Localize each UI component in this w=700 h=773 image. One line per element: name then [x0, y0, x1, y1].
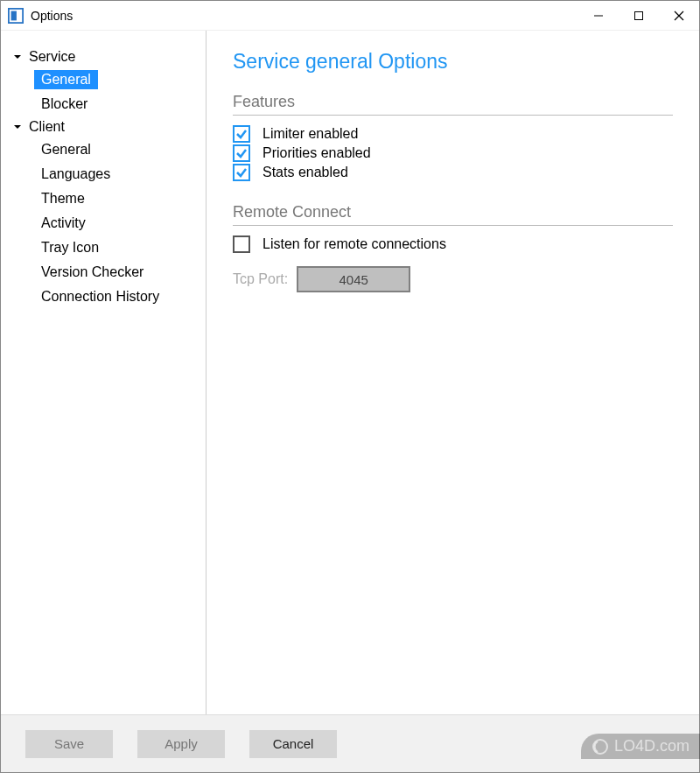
save-button[interactable]: Save — [25, 730, 113, 758]
apply-button[interactable]: Apply — [137, 730, 225, 758]
chevron-down-icon — [11, 121, 24, 133]
svg-rect-1 — [11, 11, 17, 20]
feature-label: Stats enabled — [262, 165, 348, 180]
tree-item-label: Version Checker — [34, 263, 150, 282]
tcp-port-row: Tcp Port: — [233, 266, 673, 292]
content-pane: Service general Options Features Limiter… — [206, 31, 699, 714]
tree-item-label: Tray Icon — [34, 238, 106, 257]
feature-checkbox[interactable] — [233, 144, 250, 162]
tree-item-tray-icon[interactable]: Tray Icon — [8, 235, 199, 260]
listen-remote-row[interactable]: Listen for remote connections — [233, 235, 673, 254]
button-bar: Save Apply Cancel — [1, 714, 699, 772]
feature-label: Priorities enabled — [262, 145, 371, 161]
feature-label: Limiter enabled — [262, 126, 358, 142]
chevron-down-icon — [11, 51, 24, 63]
feature-row[interactable]: Priorities enabled — [233, 144, 673, 163]
minimize-button[interactable] — [578, 1, 619, 31]
tree-item-blocker[interactable]: Blocker — [8, 92, 199, 116]
close-button[interactable] — [659, 1, 699, 31]
tree-group-label: Service — [29, 49, 75, 65]
tree-item-label: General — [34, 70, 98, 89]
window-title: Options — [31, 9, 73, 23]
listen-remote-checkbox[interactable] — [233, 235, 250, 253]
main-area: ServiceGeneralBlockerClientGeneralLangua… — [1, 31, 699, 714]
section-title-features: Features — [233, 93, 673, 116]
page-title: Service general Options — [233, 50, 673, 74]
tree-item-activity[interactable]: Activity — [8, 211, 199, 235]
tree-item-label: Connection History — [34, 287, 166, 306]
tree-item-label: Languages — [34, 165, 117, 184]
maximize-button[interactable] — [619, 1, 659, 31]
tree-item-label: General — [34, 140, 98, 159]
tree-group-label: Client — [29, 119, 65, 135]
section-title-remote: Remote Connect — [233, 203, 673, 226]
feature-row[interactable]: Limiter enabled — [233, 124, 673, 144]
tree-item-label: Activity — [34, 214, 93, 233]
titlebar: Options — [1, 1, 699, 31]
tree-item-version-checker[interactable]: Version Checker — [8, 260, 199, 285]
listen-remote-label: Listen for remote connections — [262, 236, 446, 252]
feature-checkbox[interactable] — [233, 164, 250, 181]
tree-item-theme[interactable]: Theme — [8, 186, 199, 211]
sidebar: ServiceGeneralBlockerClientGeneralLangua… — [1, 31, 206, 714]
tree-item-label: Blocker — [34, 95, 94, 114]
app-icon — [8, 8, 24, 24]
cancel-button[interactable]: Cancel — [249, 730, 337, 758]
tree-item-connection-history[interactable]: Connection History — [8, 285, 199, 309]
tree-item-languages[interactable]: Languages — [8, 162, 199, 186]
tcp-port-input[interactable] — [297, 266, 410, 292]
tree-group-client[interactable]: Client — [8, 116, 199, 137]
tree-item-general[interactable]: General — [8, 67, 199, 92]
svg-rect-3 — [635, 11, 643, 19]
remote-section: Listen for remote connections Tcp Port: — [233, 226, 673, 313]
tcp-port-label: Tcp Port: — [233, 271, 288, 287]
features-section: Limiter enabledPriorities enabledStats e… — [233, 116, 673, 203]
feature-row[interactable]: Stats enabled — [233, 163, 673, 182]
tree-item-general[interactable]: General — [8, 137, 199, 162]
tree-group-service[interactable]: Service — [8, 46, 199, 67]
tree-item-label: Theme — [34, 189, 92, 208]
feature-checkbox[interactable] — [233, 125, 250, 143]
